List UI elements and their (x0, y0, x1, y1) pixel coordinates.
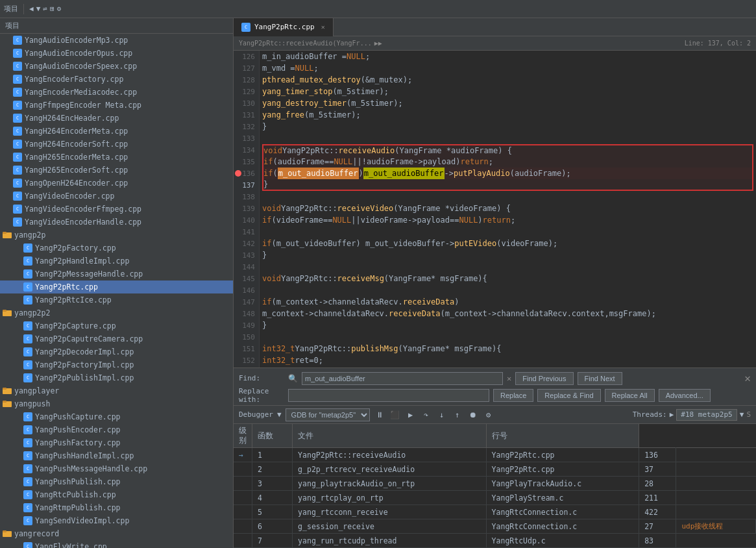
sidebar-item-yangp2pcapture-cpp[interactable]: CYangP2pCapture.cpp (0, 319, 233, 332)
code-content[interactable]: m_in_audioBuffer = NULL; m_vmd = NULL; p… (260, 51, 756, 367)
threads-dropdown[interactable]: ▼ (740, 410, 744, 419)
code-line-127[interactable]: m_vmd = NULL; (262, 62, 753, 74)
code-line-148[interactable]: m_context->channeldataRecv.receiveData(m… (262, 308, 753, 319)
code-line-126[interactable]: m_in_audioBuffer = NULL; (262, 51, 753, 62)
dbg-btn-8[interactable]: ⚙ (483, 409, 494, 421)
code-line-150[interactable] (262, 331, 753, 343)
sidebar-item-yangh265encodermeta-cpp[interactable]: CYangH265EncoderMeta.cpp (0, 151, 233, 164)
code-line-135[interactable]: if(audioFrame==NULL||!audioFrame->payloa… (262, 156, 753, 168)
code-line-145[interactable]: void YangP2pRtc::receiveMsg(YangFrame* m… (262, 273, 753, 284)
code-line-142[interactable]: if(m_out_videoBuffer) m_out_videoBuffer-… (262, 238, 753, 249)
dbg-btn-4[interactable]: ↷ (421, 409, 432, 421)
threads-close[interactable]: S (746, 410, 751, 419)
sidebar-item-yangh264encheader-cpp[interactable]: CYangH264EncHeader.cpp (0, 112, 233, 125)
sidebar-item-yangpush[interactable]: yangpush (0, 397, 233, 410)
sidebar-item-yangrtmppublish-cpp[interactable]: CYangRtmpPublish.cpp (0, 501, 233, 514)
sidebar-item-yangffmpegencoder meta-cpp[interactable]: CYangFfmpegEncoder Meta.cpp (0, 99, 233, 112)
sidebar-item-yangp2prtc-cpp[interactable]: CYangP2pRtc.cpp (0, 280, 233, 293)
sidebar-item-yangp2ppublishimpl-cpp[interactable]: CYangP2pPublishImpl.cpp (0, 371, 233, 384)
code-line-136[interactable]: if(m_out_audioBuffer) m_out_audioBuffer-… (262, 168, 753, 179)
sidebar-item-yangvideoencoder-cpp[interactable]: CYangVideoEncoder.cpp (0, 190, 233, 203)
gdb-select[interactable]: GDB for "metap2p5" (286, 408, 370, 421)
code-line-137[interactable]: } (262, 179, 753, 191)
toolbar-link-icon[interactable]: ⇌ (43, 5, 47, 13)
sidebar-item-yangp2phandleimpl-cpp[interactable]: CYangP2pHandleImpl.cpp (0, 255, 233, 268)
find-close-button[interactable]: ✕ (744, 372, 751, 384)
sidebar-item-yangrtcpublish-cpp[interactable]: CYangRtcPublish.cpp (0, 488, 233, 501)
sidebar-item-yangaudioencoderspeex-cpp[interactable]: CYangAudioEncoderSpeex.cpp (0, 60, 233, 73)
code-line-147[interactable]: if(m_context->channeldataRecv.receiveDat… (262, 296, 753, 308)
code-line-139[interactable]: void YangP2pRtc::receiveVideo(YangFrame … (262, 203, 753, 214)
sidebar-item-yangh264encodersoft-cpp[interactable]: CYangH264EncoderSoft.cpp (0, 138, 233, 151)
code-line-140[interactable]: if(videoFrame==NULL||videoFrame->payload… (262, 214, 753, 226)
code-line-146[interactable] (262, 284, 753, 296)
sidebar-item-yangvideoencoderhandle-cpp[interactable]: CYangVideoEncoderHandle.cpp (0, 216, 233, 229)
sidebar-item-yangencoderfactory-cpp[interactable]: CYangEncoderFactory.cpp (0, 73, 233, 86)
advanced-button[interactable]: Advanced... (659, 389, 711, 402)
sidebar-item-yangpushfactory-cpp[interactable]: CYangPushFactory.cpp (0, 436, 233, 449)
tab-yangp2prtc-cpp[interactable]: C YangP2pRtc.cpp ✕ (234, 18, 334, 36)
sidebar-item-yangp2prtcice-cpp[interactable]: CYangP2pRtcIce.cpp (0, 293, 233, 306)
sidebar-item-yangpushhandleimpl-cpp[interactable]: CYangPushHandleImpl.cpp (0, 449, 233, 462)
code-line-138[interactable] (262, 191, 753, 203)
replace-find-button[interactable]: Replace & Find (537, 389, 600, 402)
sidebar-item-yangpushencoder-cpp[interactable]: CYangPushEncoder.cpp (0, 423, 233, 436)
sidebar-item-yangvideoencoderffmpeg-cpp[interactable]: CYangVideoEncoderFfmpeg.cpp (0, 203, 233, 216)
sidebar-item-yangopenh264encoder-cpp[interactable]: CYangOpenH264Encoder.cpp (0, 177, 233, 190)
dbg-btn-3[interactable]: ▶ (405, 409, 417, 421)
toolbar-gear-icon[interactable]: ⚙ (57, 5, 62, 13)
sidebar-item-yangpushmessagehandle-cpp[interactable]: CYangPushMessageHandle.cpp (0, 462, 233, 475)
sidebar-item-yangsendvideoimpl-cpp[interactable]: CYangSendVideoImpl.cpp (0, 514, 233, 527)
code-line-152[interactable]: int32_t ret=0; (262, 355, 753, 366)
code-line-149[interactable]: } (262, 319, 753, 331)
code-line-141[interactable] (262, 226, 753, 238)
table-row[interactable]: 4yang_rtcplay_on_rtpYangPlayStream.c211 (234, 491, 756, 505)
toolbar-expand-icon[interactable]: ⊞ (50, 5, 55, 13)
code-line-134[interactable]: void YangP2pRtc::receiveAudio(YangFrame … (262, 144, 753, 156)
sidebar-item-yangpushcapture-cpp[interactable]: CYangPushCapture.cpp (0, 410, 233, 423)
toolbar-nav-icon[interactable]: ◀ (29, 5, 34, 13)
sidebar-item-yangp2p2[interactable]: yangp2p2 (0, 306, 233, 319)
find-next-button[interactable]: Find Next (578, 372, 622, 385)
table-row[interactable]: 2g_p2p_rtcrecv_receiveAudioYangP2pRtc.cp… (234, 462, 756, 477)
replace-input[interactable] (288, 389, 489, 402)
dbg-btn-7[interactable]: ⏺ (467, 409, 479, 421)
find-input[interactable] (302, 372, 503, 385)
sidebar-item-yangencodermediacodec-cpp[interactable]: CYangEncoderMediacodec.cpp (0, 86, 233, 99)
sidebar-item-yangh264encodermeta-cpp[interactable]: CYangH264EncoderMeta.cpp (0, 125, 233, 138)
sidebar-content[interactable]: CYangAudioEncoderMp3.cppCYangAudioEncode… (0, 34, 233, 548)
sidebar-item-yangrecord[interactable]: yangrecord (0, 527, 233, 540)
code-line-132[interactable]: } (262, 121, 753, 132)
sidebar-item-yangp2pcaputrecamera-cpp[interactable]: CYangP2pCaputreCamera.cpp (0, 332, 233, 345)
code-line-131[interactable]: yang_free(m_5stimer); (262, 109, 753, 121)
tab-close-button[interactable]: ✕ (321, 23, 325, 31)
code-line-151[interactable]: int32_t YangP2pRtc::publishMsg(YangFrame… (262, 343, 753, 355)
code-line-128[interactable]: pthread_mutex_destroy(&m_mutex); (262, 74, 753, 86)
sidebar-item-yangp2pfactoryimpl-cpp[interactable]: CYangP2pFactoryImpl.cpp (0, 358, 233, 371)
code-line-144[interactable] (262, 261, 753, 273)
toolbar-nav-icon2[interactable]: ▼ (36, 5, 41, 13)
sidebar-item-yangp2p[interactable]: yangp2p (0, 229, 233, 242)
dbg-btn-6[interactable]: ↑ (452, 409, 463, 421)
sidebar-item-yangp2pfactory-cpp[interactable]: CYangP2pFactory.cpp (0, 242, 233, 255)
table-row[interactable]: 6g_session_receiveYangRtcConnection.c27u… (234, 519, 756, 534)
code-line-129[interactable]: yang_timer_stop(m_5stimer); (262, 86, 753, 97)
table-row[interactable]: 7yang_run_rtcudp_threadYangRtcUdp.c83 (234, 534, 756, 548)
debugger-table[interactable]: 级别 函数 文件 行号 →1YangP2pRtc::receiveAudioYa… (234, 424, 756, 548)
dbg-btn-5[interactable]: ↓ (436, 409, 448, 421)
dbg-btn-2[interactable]: ⬛ (389, 409, 401, 421)
sidebar-item-yangh265encodersoft-cpp[interactable]: CYangH265EncoderSoft.cpp (0, 164, 233, 177)
table-row[interactable]: 3yang_playtrackAudio_on_rtpYangPlayTrack… (234, 477, 756, 491)
table-row[interactable]: 5yang_rtcconn_receiveYangRtcConnection.c… (234, 505, 756, 519)
sidebar-item-yangaudioencoderopus-cpp[interactable]: CYangAudioEncoderOpus.cpp (0, 47, 233, 60)
replace-all-button[interactable]: Replace All (605, 389, 655, 402)
replace-button[interactable]: Replace (493, 389, 533, 402)
sidebar-item-yangplayer[interactable]: yangplayer (0, 384, 233, 397)
code-line-133[interactable] (262, 132, 753, 144)
sidebar-item-yangaudioencodermp3-cpp[interactable]: CYangAudioEncoderMp3.cpp (0, 34, 233, 47)
find-previous-button[interactable]: Find Previous (515, 372, 573, 385)
sidebar-item-yangpushpublish-cpp[interactable]: CYangPushPublish.cpp (0, 475, 233, 488)
code-line-130[interactable]: yang_destroy_timer(m_5stimer); (262, 97, 753, 109)
debugger-dropdown-icon[interactable]: ▼ (277, 410, 282, 419)
code-editor[interactable]: 1261271281291301311321331341351361371381… (234, 51, 756, 367)
